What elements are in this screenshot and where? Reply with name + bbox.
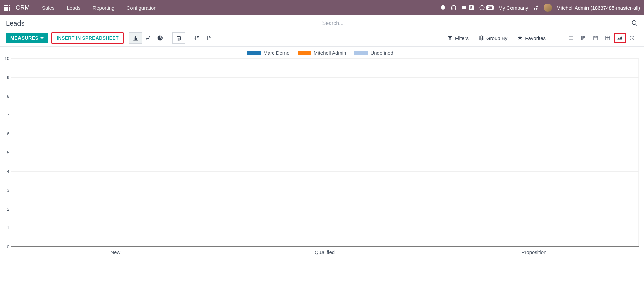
- y-tick: 2: [7, 207, 9, 212]
- nav-leads[interactable]: Leads: [62, 5, 85, 11]
- legend-item-1[interactable]: Mitchell Admin: [298, 50, 346, 56]
- sort-desc-icon: [194, 35, 200, 41]
- insert-spreadsheet-button[interactable]: INSERT IN SPREADSHEET: [51, 32, 123, 44]
- nav-reporting[interactable]: Reporting: [88, 5, 119, 11]
- sort-asc-button[interactable]: [204, 34, 213, 42]
- line-chart-button[interactable]: [142, 32, 154, 44]
- caret-down-icon: [40, 37, 44, 39]
- y-tick: 3: [7, 188, 9, 193]
- filters-label: Filters: [455, 35, 469, 41]
- list-icon: [568, 35, 574, 41]
- chart-legend: Marc Demo Mitchell Admin Undefined: [2, 50, 639, 56]
- search-tools: Filters Group By Favorites: [447, 33, 638, 43]
- pie-chart-icon: [157, 35, 163, 41]
- y-tick: 4: [7, 169, 9, 174]
- x-label: New: [11, 247, 220, 255]
- insert-label: INSERT IN SPREADSHEET: [56, 35, 118, 41]
- favorites-button[interactable]: Favorites: [517, 35, 546, 41]
- y-axis: 012345678910: [2, 58, 11, 247]
- nav-configuration[interactable]: Configuration: [122, 5, 161, 11]
- graph-view-button[interactable]: [614, 33, 626, 43]
- bug-icon[interactable]: [440, 5, 446, 11]
- y-tick: 10: [5, 56, 9, 61]
- main-navbar: CRM Sales Leads Reporting Configuration …: [0, 0, 644, 15]
- x-label: Proposition: [429, 247, 639, 255]
- x-axis: NewQualifiedProposition: [11, 247, 639, 255]
- line-chart-icon: [145, 35, 151, 41]
- y-tick: 6: [7, 131, 9, 136]
- chart: 012345678910: [2, 58, 639, 247]
- chart-type-group: [129, 32, 167, 44]
- chat-icon: [461, 5, 467, 11]
- navbar-right: 5 39 My Company Mitchell Admin (18637485…: [440, 4, 640, 12]
- sort-desc-button[interactable]: [192, 34, 201, 42]
- page-title: Leads: [6, 19, 25, 27]
- y-tick: 0: [7, 244, 9, 249]
- y-tick: 5: [7, 150, 9, 155]
- apps-icon[interactable]: [4, 5, 10, 11]
- navbar-left: CRM Sales Leads Reporting Configuration: [4, 4, 161, 11]
- messages-indicator[interactable]: 5: [461, 5, 474, 11]
- chart-area: Marc Demo Mitchell Admin Undefined 01234…: [0, 47, 644, 255]
- sort-group: [192, 34, 213, 42]
- layers-icon: [478, 35, 484, 41]
- support-icon[interactable]: [451, 5, 457, 11]
- filters-button[interactable]: Filters: [447, 35, 469, 41]
- company-switcher[interactable]: My Company: [498, 5, 528, 11]
- area-chart-icon: [617, 35, 623, 41]
- legend-label-2: Undefined: [370, 50, 393, 56]
- star-icon: [517, 35, 523, 41]
- activities-badge: 39: [486, 5, 494, 10]
- search-wrap: [322, 19, 638, 28]
- activities-indicator[interactable]: 39: [479, 5, 494, 11]
- legend-item-2[interactable]: Undefined: [354, 50, 393, 56]
- pivot-view-button[interactable]: [602, 33, 614, 43]
- legend-label-0: Marc Demo: [263, 50, 290, 56]
- control-panel: Leads MEASURES INSERT IN SPREADSHEET: [0, 15, 644, 47]
- kanban-view-button[interactable]: [577, 33, 590, 43]
- plot-area: [11, 58, 639, 247]
- y-tick: 9: [7, 75, 9, 80]
- svg-point-1: [632, 21, 636, 25]
- legend-label-1: Mitchell Admin: [314, 50, 346, 56]
- calendar-icon: [593, 35, 599, 41]
- tools-icon[interactable]: [533, 5, 539, 11]
- y-tick: 8: [7, 94, 9, 99]
- pivot-icon: [605, 35, 611, 41]
- measures-button[interactable]: MEASURES: [6, 33, 48, 43]
- svg-rect-3: [594, 36, 598, 40]
- calendar-view-button[interactable]: [590, 33, 602, 43]
- y-tick: 1: [7, 225, 9, 230]
- search-input[interactable]: [322, 19, 632, 28]
- sort-asc-icon: [206, 35, 212, 41]
- user-avatar[interactable]: [544, 4, 552, 12]
- app-brand[interactable]: CRM: [16, 4, 30, 11]
- messages-badge: 5: [469, 5, 474, 10]
- nav-sales[interactable]: Sales: [37, 5, 60, 11]
- legend-swatch-2: [354, 51, 368, 55]
- legend-item-0[interactable]: Marc Demo: [247, 50, 290, 56]
- y-tick: 7: [7, 113, 9, 118]
- stacked-toggle-button[interactable]: [172, 32, 185, 44]
- measures-label: MEASURES: [10, 35, 38, 41]
- group-by-button[interactable]: Group By: [478, 35, 507, 41]
- activity-view-button[interactable]: [626, 33, 638, 43]
- bar-chart-icon: [132, 35, 139, 41]
- favorites-label: Favorites: [525, 35, 546, 41]
- filter-icon: [447, 35, 453, 41]
- user-name[interactable]: Mitchell Admin (18637485-master-all): [557, 5, 640, 11]
- legend-swatch-1: [298, 51, 311, 55]
- bar-chart-button[interactable]: [129, 32, 142, 44]
- pie-chart-button[interactable]: [154, 32, 167, 44]
- group-by-label: Group By: [486, 35, 507, 41]
- list-view-button[interactable]: [565, 33, 577, 43]
- x-label: Qualified: [220, 247, 429, 255]
- svg-rect-4: [606, 36, 610, 40]
- clock-icon: [479, 5, 485, 11]
- cp-top: Leads: [6, 19, 638, 28]
- kanban-icon: [580, 35, 586, 41]
- cp-bottom: MEASURES INSERT IN SPREADSHEET: [6, 32, 638, 44]
- clock-small-icon: [629, 35, 635, 41]
- stack-icon: [176, 35, 182, 41]
- search-icon[interactable]: [631, 20, 638, 27]
